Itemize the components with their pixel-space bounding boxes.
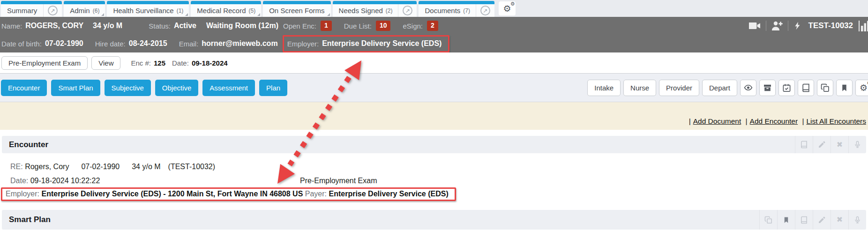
tab-label[interactable]: Health Surveillance [107,7,176,15]
smart-plan-section-header[interactable]: Smart Plan ✖ [2,210,866,230]
re-label: RE: [10,163,23,171]
open-enc-label: Open Enc: [283,22,316,30]
employer-payer-highlight-box: Employer: Enterprise Delivery Service (E… [1,187,456,201]
patient-status: Active [174,22,196,30]
tab-medical-record[interactable]: Medical Record (5) [191,1,261,17]
bookmark-button[interactable] [836,80,853,96]
encounter-date-label: Date: [10,177,28,185]
encounter-payer-label: Payer: [305,190,327,198]
add-document-link[interactable]: Add Document [693,117,741,125]
enc-number-value: 125 [154,59,165,67]
waiting-room-status[interactable]: Waiting Room (12m) [206,22,278,30]
due-list-badge[interactable]: 10 [376,21,391,31]
encounter-payer-value: Enterprise Delivery Service (EDS) [329,190,449,198]
esign-badge[interactable]: 2 [427,21,438,31]
separator: | [802,117,804,125]
video-call-icon[interactable] [748,21,761,30]
tab-bar: Summary ↗ Admin (6) Health Surveillance … [0,0,868,17]
tab-label[interactable]: Admin [64,7,93,15]
tab-health-surveillance[interactable]: Health Surveillance (1) [107,1,189,17]
dob-label: Date of birth: [1,40,42,48]
intake-button[interactable]: Intake [587,80,621,96]
open-in-new-window-icon[interactable]: ↗ [43,4,62,17]
chart-book-button[interactable] [798,80,814,96]
employer-label: Employer: [287,40,319,48]
encounter-date-line: Date: 09-18-2024 10:22:22 [10,177,100,185]
bookmark-icon[interactable] [777,210,795,230]
patient-chart-id[interactable]: TEST-10032 [808,21,853,30]
nav-objective-button[interactable]: Objective [155,80,199,96]
encounter-patient-id: (TEST-10032) [168,163,215,171]
tab-count: (2) [386,7,398,14]
calendar-check-button[interactable] [778,80,795,96]
patient-dob: 07-02-1990 [45,39,83,48]
patient-header-row-2: Date of birth: 07-02-1990 Hire date: 08-… [0,35,868,52]
chart-book-icon[interactable] [795,210,813,230]
dropdown-fold-icon [257,13,260,16]
due-list-label: Due List: [344,22,372,30]
provider-button[interactable]: Provider [659,80,699,96]
tab-count: (7) [463,7,476,14]
flowsheet-chart-icon[interactable] [859,21,868,31]
tab-label[interactable]: Documents [419,7,463,15]
gear-icon: ⚙⚙ [503,4,511,13]
patient-header-actions: TEST-10032 [748,21,868,31]
smart-plan-section-title: Smart Plan [2,215,51,224]
tab-label[interactable]: Needs Signed [333,7,386,15]
depart-button[interactable]: Depart [702,80,737,96]
nurse-button[interactable]: Nurse [623,80,656,96]
add-encounter-link[interactable]: Add Encounter [750,117,798,125]
exam-type-button[interactable]: Pre-Employment Exam [1,56,88,70]
preview-eye-button[interactable] [740,80,756,96]
open-enc-badge[interactable]: 1 [321,21,332,31]
encounter-links: |Add Document |Add Encounter |List All E… [687,117,866,126]
nav-plan-button[interactable]: Plan [259,80,287,96]
edit-pencil-icon[interactable] [813,210,831,230]
encounter-section-header[interactable]: Encounter ✖ [2,136,866,153]
gear-icon: ⚙⚙ [860,83,868,92]
copy-pages-button[interactable] [817,80,833,96]
dropdown-fold-icon [327,13,330,16]
open-in-new-window-icon[interactable]: ↗ [398,4,417,17]
copy-pages-icon[interactable] [759,210,777,230]
tab-summary[interactable]: Summary ↗ [1,1,62,17]
tab-admin[interactable]: Admin (6) [64,1,105,17]
stage-buttons: Intake Nurse Provider Depart [587,80,868,96]
arrow-up-right-icon: ↗ [48,6,58,15]
tab-label[interactable]: Summary [1,7,43,15]
nav-assessment-button[interactable]: Assessment [202,80,255,96]
microphone-icon[interactable] [848,210,866,230]
tab-needs-signed[interactable]: Needs Signed (2) ↗ [333,1,417,17]
tab-on-screen-forms[interactable]: On Screen Forms [263,1,330,17]
open-in-new-window-icon[interactable]: ↗ [476,4,494,17]
tab-label[interactable]: On Screen Forms [263,7,330,15]
employer-highlight-box: Employer: Enterprise Delivery Service (E… [283,35,450,52]
separator: | [689,117,691,125]
enc-date-value: 09-18-2024 [192,59,228,67]
arrow-up-right-icon: ↗ [480,6,490,15]
quick-action-bolt-icon[interactable] [793,21,802,31]
encounter-exam-type: Pre-Employment Exam [300,177,377,185]
tab-documents[interactable]: Documents (7) ↗ [419,1,494,17]
microphone-icon[interactable] [848,136,866,153]
patient-header-row-1: Name: ROGERS, CORY 34 y/o M Status: Acti… [0,17,868,35]
encounter-toolbar: Pre-Employment Exam View Enc #: 125 Date… [0,52,868,74]
tab-settings-button[interactable]: ⚙⚙ [499,1,516,15]
settings-gear-button[interactable]: ⚙⚙ [855,80,868,96]
close-icon[interactable]: ✖ [831,136,848,153]
archive-box-button[interactable] [759,80,776,96]
nav-encounter-button[interactable]: Encounter [1,80,47,96]
patient-email: horner@mieweb.com [202,39,277,48]
list-all-encounters-link[interactable]: List All Encounters [806,117,866,125]
esign-label: eSign: [403,22,423,30]
tab-label[interactable]: Medical Record [191,7,248,15]
chart-book-icon[interactable] [795,136,813,153]
patient-age-sex: 34 y/o M [93,22,122,30]
close-icon[interactable]: ✖ [831,210,848,230]
nav-subjective-button[interactable]: Subjective [105,80,151,96]
enc-number-label: Enc #: [131,59,151,67]
view-button[interactable]: View [91,56,120,70]
add-user-icon[interactable] [771,21,783,31]
edit-pencil-icon[interactable] [813,136,831,153]
nav-smart-plan-button[interactable]: Smart Plan [51,80,100,96]
